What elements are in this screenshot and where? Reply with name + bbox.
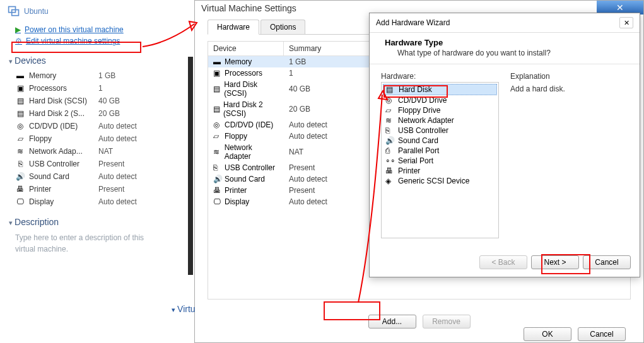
printer-icon: 🖶 bbox=[213, 186, 222, 195]
row-device-label: Network Adapter bbox=[225, 143, 279, 161]
sidebar-device-row[interactable]: ▣Processors1 bbox=[6, 82, 174, 95]
sidebar-device-row[interactable]: ▤Hard Disk 2 (S...20 GB bbox=[6, 107, 174, 120]
floppy-icon: ▱ bbox=[213, 132, 222, 141]
tab-hardware[interactable]: Hardware bbox=[208, 20, 259, 35]
explanation-text: Add a hard disk. bbox=[510, 82, 628, 93]
wizard-cancel-button[interactable]: Cancel bbox=[583, 255, 631, 269]
cancel-button[interactable]: Cancel bbox=[578, 327, 626, 341]
col-device: Device bbox=[208, 42, 284, 55]
sidebar-device-row[interactable]: ⎘USB ControllerPresent bbox=[6, 158, 174, 170]
device-value: 1 bbox=[98, 84, 103, 93]
hardware-list-item[interactable]: 🖶Printer bbox=[383, 166, 497, 176]
cd-icon: ◎ bbox=[385, 96, 394, 105]
virtual-collapse-handle[interactable]: Virtu bbox=[172, 304, 196, 314]
add-button[interactable]: Add... bbox=[368, 315, 416, 328]
device-label: Floppy bbox=[29, 134, 98, 143]
device-label: Printer bbox=[29, 185, 98, 194]
gear-icon: ⚙ bbox=[15, 37, 22, 45]
hardware-list-item[interactable]: ◈Generic SCSI Device bbox=[383, 176, 497, 186]
description-placeholder[interactable]: Type here to enter a description of this… bbox=[6, 231, 174, 255]
nic-icon: ≋ bbox=[15, 146, 25, 156]
close-icon: ✕ bbox=[616, 3, 624, 13]
hardware-item-label: Printer bbox=[398, 166, 420, 175]
next-button[interactable]: Next > bbox=[531, 255, 579, 269]
row-device-label: Floppy bbox=[225, 132, 247, 141]
scsi-icon: ◈ bbox=[385, 177, 394, 185]
wizard-subtext: What type of hardware do you want to ins… bbox=[397, 49, 627, 57]
explanation-group: Explanation Add a hard disk. bbox=[510, 72, 628, 238]
sound-icon: 🔊 bbox=[213, 175, 222, 183]
decorative-strip bbox=[188, 57, 193, 275]
device-label: USB Controller bbox=[29, 160, 98, 168]
sidebar-device-row[interactable]: ▬Memory1 GB bbox=[6, 69, 174, 82]
sidebar-device-row[interactable]: 🔊Sound CardAuto detect bbox=[6, 170, 174, 183]
ok-button[interactable]: OK bbox=[524, 327, 571, 341]
row-device-label: Sound Card bbox=[225, 175, 265, 183]
hardware-list-item[interactable]: 🔊Sound Card bbox=[383, 136, 497, 146]
device-value: Auto detect bbox=[98, 197, 137, 206]
devices-header: Devices bbox=[6, 47, 174, 69]
hdd-icon: ▤ bbox=[15, 108, 25, 119]
hardware-list-item[interactable]: ◎CD/DVD Drive bbox=[383, 95, 497, 105]
hardware-list-item[interactable]: ⎙Parallel Port bbox=[383, 146, 497, 156]
hdd-icon: ▤ bbox=[213, 105, 221, 113]
hardware-list-item[interactable]: ▤Hard Disk bbox=[383, 84, 497, 95]
usb-icon: ⎘ bbox=[213, 163, 222, 172]
row-device-label: CD/DVD (IDE) bbox=[225, 120, 273, 129]
hardware-list-item[interactable]: ⎘USB Controller bbox=[383, 125, 497, 136]
sidebar-device-row[interactable]: ▤Hard Disk (SCSI)40 GB bbox=[6, 95, 174, 107]
cd-icon: ◎ bbox=[213, 120, 222, 129]
row-device-label: Hard Disk 2 (SCSI) bbox=[223, 100, 279, 118]
cpu-icon: ▣ bbox=[213, 69, 222, 78]
remove-button: Remove bbox=[423, 315, 471, 328]
printer-icon: 🖶 bbox=[385, 166, 394, 175]
sidebar-device-row[interactable]: 🖵DisplayAuto detect bbox=[6, 195, 174, 208]
power-on-text: Power on this virtual machine bbox=[25, 25, 124, 34]
back-button: < Back bbox=[479, 255, 527, 269]
nic-icon: ≋ bbox=[213, 148, 222, 156]
vmware-sidebar: Ubuntu ▶ Power on this virtual machine ⚙… bbox=[0, 0, 180, 343]
sidebar-device-row[interactable]: ≋Network Adap...NAT bbox=[6, 145, 174, 158]
hardware-list-item[interactable]: ∘∘Serial Port bbox=[383, 156, 497, 166]
explanation-label: Explanation bbox=[510, 72, 628, 81]
usb-icon: ⎘ bbox=[15, 159, 25, 169]
device-label: Network Adap... bbox=[29, 147, 98, 156]
hardware-item-label: Sound Card bbox=[398, 136, 438, 145]
wizard-close-button[interactable]: ✕ bbox=[619, 17, 633, 28]
serial-icon: ∘∘ bbox=[385, 156, 394, 165]
device-value: 20 GB bbox=[98, 109, 120, 118]
hardware-item-label: Network Adapter bbox=[398, 116, 454, 125]
vm-title: Ubuntu bbox=[6, 3, 174, 24]
device-value: NAT bbox=[98, 147, 113, 156]
device-value: 1 GB bbox=[98, 71, 115, 80]
device-label: Hard Disk 2 (S... bbox=[29, 109, 98, 118]
hardware-item-label: USB Controller bbox=[398, 126, 448, 135]
hardware-list-item[interactable]: ≋Network Adapter bbox=[383, 115, 497, 125]
tab-options[interactable]: Options bbox=[261, 20, 305, 34]
floppy-icon: ▱ bbox=[15, 134, 25, 144]
edit-settings-link[interactable]: ⚙ Edit virtual machine settings bbox=[6, 35, 174, 47]
display-icon: 🖵 bbox=[15, 197, 25, 207]
row-device-label: Display bbox=[225, 197, 249, 206]
row-device-label: USB Controller bbox=[225, 163, 275, 172]
device-value: 40 GB bbox=[98, 96, 120, 105]
vm-icon bbox=[8, 5, 20, 18]
sidebar-device-row[interactable]: ◎CD/DVD (IDE)Auto detect bbox=[6, 120, 174, 132]
hardware-list-item[interactable]: ▱Floppy Drive bbox=[383, 105, 497, 115]
hardware-list[interactable]: ▤Hard Disk◎CD/DVD Drive▱Floppy Drive≋Net… bbox=[381, 82, 499, 238]
description-header: Description bbox=[6, 208, 174, 231]
parallel-icon: ⎙ bbox=[385, 146, 394, 155]
power-on-link[interactable]: ▶ Power on this virtual machine bbox=[6, 24, 174, 35]
device-label: Processors bbox=[29, 84, 98, 93]
hardware-label: Hardware: bbox=[381, 72, 499, 81]
sidebar-device-row[interactable]: ▱FloppyAuto detect bbox=[6, 132, 174, 145]
sidebar-device-row[interactable]: 🖶PrinterPresent bbox=[6, 183, 174, 195]
usb-icon: ⎘ bbox=[385, 126, 394, 135]
row-device-label: Processors bbox=[225, 69, 262, 78]
devices-list: ▬Memory1 GB▣Processors1▤Hard Disk (SCSI)… bbox=[6, 69, 174, 208]
hardware-item-label: Serial Port bbox=[398, 156, 433, 165]
device-label: CD/DVD (IDE) bbox=[29, 122, 98, 131]
floppy-icon: ▱ bbox=[385, 106, 394, 115]
wizard-titlebar: Add Hardware Wizard ✕ bbox=[370, 13, 640, 33]
hardware-item-label: Hard Disk bbox=[399, 85, 432, 94]
